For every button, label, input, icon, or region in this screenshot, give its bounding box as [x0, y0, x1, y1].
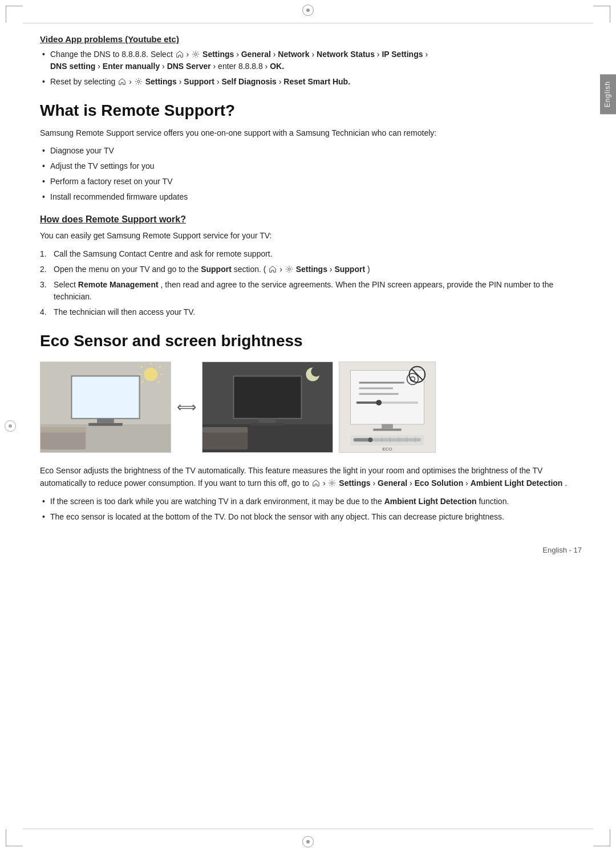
rs-bullet-4: Install recommended firmware updates [40, 191, 582, 203]
how-remote-intro: You can easily get Samsung Remote Suppor… [40, 229, 582, 242]
step-2-support2: Support [334, 265, 365, 274]
corner-decoration-bl [6, 829, 23, 846]
eco-solution: Eco Solution [415, 478, 464, 488]
svg-rect-8 [97, 419, 114, 423]
eco-body-text: Eco Sensor adjusts the brightness of the… [40, 464, 582, 490]
step-2-settings: Settings [296, 265, 327, 274]
home-icon-3 [269, 265, 277, 273]
bullet1-arrow1: › [187, 50, 192, 59]
svg-rect-9 [88, 423, 122, 426]
settings-icon-3 [285, 265, 293, 273]
svg-rect-23 [234, 376, 302, 418]
bullet2-arrow1: › [129, 77, 134, 86]
bullet1-enter-manually: Enter manually [103, 62, 160, 71]
remote-support-heading: What is Remote Support? [40, 102, 582, 120]
bullet1-dns-server: DNS Server [167, 62, 211, 71]
svg-rect-26 [202, 429, 248, 449]
bullet1-network-status: Network Status [317, 50, 375, 59]
svg-rect-34 [359, 387, 393, 389]
settings-icon-4 [328, 479, 336, 487]
corner-decoration-tl [6, 6, 23, 23]
rs-bullet-2: Adjust the TV settings for you [40, 160, 582, 172]
bullet1-arrow8: › [162, 62, 167, 71]
svg-rect-44 [373, 428, 401, 431]
corner-decoration-tr [593, 6, 610, 23]
eco-bullet-2: The eco sensor is located at the bottom … [40, 511, 582, 523]
eco-image-settings: ECO [339, 362, 436, 453]
svg-rect-37 [356, 401, 379, 404]
step-4-text: The technician will then access your TV. [54, 307, 195, 317]
main-content: Video App problems (Youtube etc) Change … [40, 0, 582, 600]
step-2: 2. Open the menu on your TV and go to th… [40, 263, 582, 275]
circle-top [302, 5, 314, 16]
bullet1-dns-setting: DNS setting › Enter manually › DNS Serve… [50, 62, 284, 71]
bullet1-general: General [241, 50, 271, 59]
eco-arrow3: › [410, 478, 415, 488]
eco-sensor-heading: Eco Sensor and screen brightness [40, 332, 582, 350]
bullet1-network: Network [278, 50, 309, 59]
bullet1-arrow2: › [236, 50, 241, 59]
home-icon-4 [312, 479, 320, 487]
eco-bullets: If the screen is too dark while you are … [40, 496, 582, 523]
remote-support-intro: Samsung Remote Support service offers yo… [40, 127, 582, 139]
step-1-text: Call the Samsung Contact Centre and ask … [54, 249, 273, 258]
home-icon-2 [118, 78, 126, 86]
eco-images-row: ⟺ [40, 362, 582, 453]
svg-rect-11 [40, 427, 86, 432]
svg-point-12 [144, 367, 157, 381]
step-3: 3. Select Remote Management , then read … [40, 279, 582, 303]
svg-rect-33 [359, 382, 404, 383]
svg-point-48 [368, 437, 372, 442]
step-4-num: 4. [40, 306, 47, 318]
remote-support-section: What is Remote Support? Samsung Remote S… [40, 102, 582, 318]
bullet1-arrow4: › [311, 50, 317, 59]
bullet2-text1: Reset by selecting [50, 77, 117, 86]
bullet1-ip-settings: IP Settings [382, 50, 423, 59]
step-1: 1. Call the Samsung Contact Centre and a… [40, 248, 582, 260]
video-app-bullet-1: Change the DNS to 8.8.8.8. Select › Sett… [40, 48, 582, 72]
svg-rect-25 [250, 423, 284, 426]
video-app-bullets: Change the DNS to 8.8.8.8. Select › Sett… [40, 48, 582, 88]
svg-rect-43 [382, 424, 393, 428]
step-2-pre: Open the menu on your TV and go to the [54, 265, 201, 274]
step-2-num: 2. [40, 263, 47, 275]
bullet2-settings: Settings [145, 77, 177, 86]
svg-point-2 [288, 268, 290, 270]
eco-arrow4: › [465, 478, 471, 488]
svg-point-1 [137, 80, 140, 83]
rs-bullet-1: Diagnose your TV [40, 145, 582, 157]
eco-arrow1: › [323, 478, 328, 488]
svg-point-0 [194, 53, 197, 55]
svg-rect-32 [351, 371, 424, 424]
svg-point-55 [331, 482, 333, 484]
eco-scene-settings-svg: ECO [339, 362, 435, 453]
circle-bottom [302, 836, 314, 847]
svg-rect-24 [259, 419, 276, 423]
bullet1-dns-label: DNS setting [50, 62, 95, 71]
svg-rect-35 [359, 393, 399, 395]
step-3-rm: Remote Management [78, 280, 159, 289]
bullet1-settings: Settings [202, 50, 234, 59]
step-2-arrow1: › [279, 265, 285, 274]
step-3-pre: Select [54, 280, 78, 289]
remote-steps-list: 1. Call the Samsung Contact Centre and a… [40, 248, 582, 318]
circle-left [5, 420, 16, 432]
eco-bullet-1: If the screen is too dark while you are … [40, 496, 582, 508]
step-2-close: ) [367, 265, 370, 274]
eco-b1-post: function. [479, 497, 509, 506]
svg-rect-7 [72, 376, 140, 418]
how-remote-heading: How does Remote Support work? [40, 214, 582, 225]
step-3-num: 3. [40, 279, 47, 291]
settings-icon-2 [135, 78, 143, 86]
corner-decoration-br [593, 829, 610, 846]
step-2-support: Support [201, 265, 232, 274]
svg-point-29 [311, 366, 321, 376]
eco-period: . [565, 478, 567, 488]
step-4: 4. The technician will then access your … [40, 306, 582, 318]
eco-image-bright [40, 362, 171, 453]
video-app-bullet-2: Reset by selecting › Settings › Support … [40, 76, 582, 88]
bullet1-text1: Change the DNS to 8.8.8.8. Select [50, 50, 175, 59]
page-number: English - 17 [40, 546, 582, 554]
video-app-section: Video App problems (Youtube etc) Change … [40, 34, 582, 88]
bullet1-arrow6: › [425, 50, 428, 59]
